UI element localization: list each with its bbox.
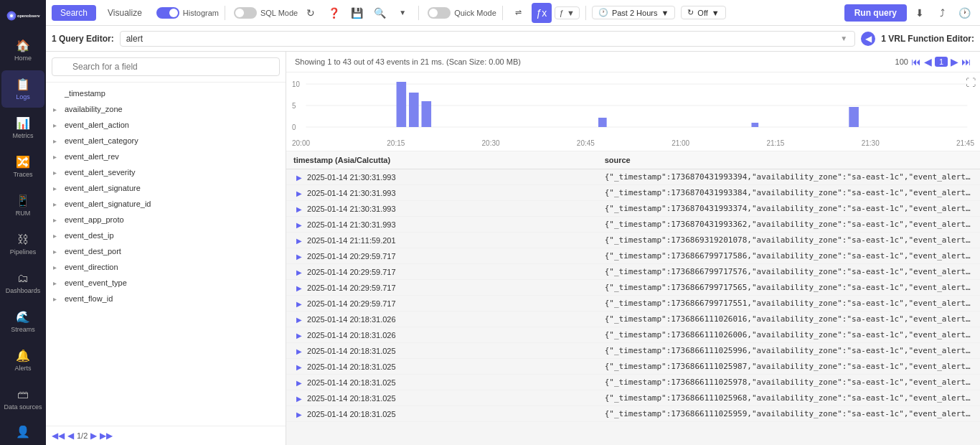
nav-item-home[interactable]: 🏠 Home xyxy=(1,32,44,69)
fx-dropdown[interactable]: ƒ ▼ xyxy=(555,6,580,19)
field-item[interactable]: ▸ event_app_proto xyxy=(46,212,286,228)
refresh-picker[interactable]: ↻ Off ▼ xyxy=(681,6,725,19)
nav-item-traces[interactable]: 🔀 Traces xyxy=(1,148,44,185)
table-row[interactable]: ▶ 2025-01-14 20:18:31.025 {"_timestamp":… xyxy=(286,359,980,375)
field-item[interactable]: ▸ event_dest_port xyxy=(46,243,286,259)
results-panel: Showing 1 to 43 out of 43 events in 21 m… xyxy=(286,52,980,445)
table-row[interactable]: ▶ 2025-01-14 20:18:31.025 {"_timestamp":… xyxy=(286,390,980,406)
table-row[interactable]: ▶ 2025-01-14 20:29:59.717 {"_timestamp":… xyxy=(286,248,980,264)
page-current: 1 xyxy=(935,57,948,67)
row-expand-btn[interactable]: ▶ xyxy=(293,379,305,387)
page-last-btn[interactable]: ⏭ xyxy=(961,56,971,67)
refresh-button[interactable]: ↻ xyxy=(301,3,321,23)
search-tab[interactable]: Search xyxy=(52,5,96,21)
row-expand-btn[interactable]: ▶ xyxy=(293,189,305,197)
metrics-label: Metrics xyxy=(13,132,34,139)
help-button[interactable]: ❓ xyxy=(324,3,344,23)
row-expand-btn[interactable]: ▶ xyxy=(293,316,305,324)
save-button[interactable]: 💾 xyxy=(347,3,367,23)
field-item[interactable]: ▸ event_alert_category xyxy=(46,133,286,149)
nav-item-alerts[interactable]: 🔔 Alerts xyxy=(1,342,44,379)
field-search-input[interactable] xyxy=(52,57,280,76)
table-row[interactable]: ▶ 2025-01-14 21:11:59.201 {"_timestamp":… xyxy=(286,233,980,248)
share-button[interactable]: ⤴ xyxy=(932,3,952,23)
row-expand-btn[interactable]: ▶ xyxy=(293,268,305,276)
field-page-next[interactable]: ▶▶ xyxy=(100,431,113,441)
field-page-prev[interactable]: ◀◀ xyxy=(52,431,65,441)
table-row[interactable]: ▶ 2025-01-14 21:30:31.993 {"_timestamp":… xyxy=(286,169,980,185)
nav-item-logs[interactable]: 📋 Logs xyxy=(1,70,44,108)
function-toggle[interactable]: ƒx xyxy=(532,3,552,23)
app-logo[interactable]: openobserve xyxy=(6,6,40,26)
page-first-btn[interactable]: ⏮ xyxy=(911,56,921,67)
visualize-tab[interactable]: Visualize xyxy=(99,5,151,21)
field-name: event_event_type xyxy=(65,278,278,287)
field-item[interactable]: ▸ event_alert_signature xyxy=(46,180,286,196)
nav-item-user[interactable]: 👤 xyxy=(1,419,44,444)
field-item[interactable]: ▸ event_alert_signature_id xyxy=(46,196,286,212)
toggle-icon[interactable]: ⇌ xyxy=(509,3,529,23)
row-expand-btn[interactable]: ▶ xyxy=(293,284,305,292)
dropdown-arrow-btn[interactable]: ▼ xyxy=(392,3,413,23)
field-item[interactable]: ▸ event_flow_id xyxy=(46,291,286,306)
table-row[interactable]: ▶ 2025-01-14 20:29:59.717 {"_timestamp":… xyxy=(286,264,980,280)
table-row[interactable]: ▶ 2025-01-14 21:30:31.993 {"_timestamp":… xyxy=(286,185,980,201)
fullscreen-button[interactable]: ⛶ xyxy=(966,77,976,88)
fx-label: ƒ xyxy=(560,9,564,17)
row-expand-btn[interactable]: ▶ xyxy=(293,205,305,213)
quick-mode-toggle[interactable] xyxy=(428,7,451,19)
page-next-btn[interactable]: ▶ xyxy=(951,56,958,67)
field-item[interactable]: ▸ event_alert_action xyxy=(46,117,286,133)
row-expand-btn[interactable]: ▶ xyxy=(293,363,305,371)
row-expand-btn[interactable]: ▶ xyxy=(293,174,305,182)
table-row[interactable]: ▶ 2025-01-14 20:18:31.025 {"_timestamp":… xyxy=(286,406,980,422)
history-button[interactable]: 🕐 xyxy=(954,3,974,23)
table-row[interactable]: ▶ 2025-01-14 20:18:31.026 {"_timestamp":… xyxy=(286,327,980,343)
col-source[interactable]: source xyxy=(598,151,980,169)
field-item[interactable]: ▸ availability_zone xyxy=(46,101,286,117)
sql-mode-toggle[interactable] xyxy=(234,7,257,19)
row-expand-btn[interactable]: ▶ xyxy=(293,253,305,261)
row-expand-btn[interactable]: ▶ xyxy=(293,237,305,245)
query-dropdown-arrow[interactable]: ▼ xyxy=(839,34,849,42)
page-prev-btn[interactable]: ◀ xyxy=(924,56,932,67)
table-row[interactable]: ▶ 2025-01-14 20:29:59.717 {"_timestamp":… xyxy=(286,296,980,312)
row-expand-btn[interactable]: ▶ xyxy=(293,300,305,308)
nav-item-rum[interactable]: 📱 RUM xyxy=(1,187,44,224)
nav-item-pipelines[interactable]: ⛓ Pipelines xyxy=(1,225,44,263)
row-expand-btn[interactable]: ▶ xyxy=(293,332,305,339)
collapse-button[interactable]: ◀ xyxy=(861,32,875,46)
nav-item-metrics[interactable]: 📊 Metrics xyxy=(1,109,44,146)
field-page-back[interactable]: ◀ xyxy=(67,431,74,441)
field-name: event_alert_signature_id xyxy=(65,200,278,208)
table-row[interactable]: ▶ 2025-01-14 20:29:59.717 {"_timestamp":… xyxy=(286,280,980,296)
histogram-toggle[interactable] xyxy=(156,7,179,19)
row-expand-btn[interactable]: ▶ xyxy=(293,411,305,418)
field-item[interactable]: ▸ event_alert_rev xyxy=(46,149,286,164)
nav-item-datasources[interactable]: 🗃 Data sources xyxy=(1,380,44,418)
col-timestamp[interactable]: timestamp (Asia/Calcutta) xyxy=(286,151,598,169)
table-row[interactable]: ▶ 2025-01-14 20:18:31.026 {"_timestamp":… xyxy=(286,312,980,327)
table-row[interactable]: ▶ 2025-01-14 21:30:31.993 {"_timestamp":… xyxy=(286,217,980,233)
table-row[interactable]: ▶ 2025-01-14 20:18:31.025 {"_timestamp":… xyxy=(286,375,980,390)
row-expand-btn[interactable]: ▶ xyxy=(293,221,305,229)
table-row[interactable]: ▶ 2025-01-14 21:30:31.993 {"_timestamp":… xyxy=(286,201,980,217)
query-input[interactable] xyxy=(126,34,839,44)
time-picker[interactable]: 🕐 Past 2 Hours ▼ xyxy=(592,6,675,19)
field-page-forward[interactable]: ▶ xyxy=(90,431,97,441)
row-timestamp: ▶ 2025-01-14 20:29:59.717 xyxy=(286,296,598,312)
field-item[interactable]: ▸ event_alert_severity xyxy=(46,164,286,180)
field-item[interactable]: ▸ event_direction xyxy=(46,259,286,275)
nav-item-dashboards[interactable]: 🗂 Dashboards xyxy=(1,264,44,301)
row-expand-btn[interactable]: ▶ xyxy=(293,395,305,403)
field-item[interactable]: ▸ event_dest_ip xyxy=(46,228,286,243)
table-row[interactable]: ▶ 2025-01-14 20:18:31.025 {"_timestamp":… xyxy=(286,343,980,359)
search-icon-button[interactable]: 🔍 xyxy=(369,3,390,23)
field-item[interactable]: ▸ event_event_type xyxy=(46,275,286,291)
download-button[interactable]: ⬇ xyxy=(910,3,930,23)
row-expand-btn[interactable]: ▶ xyxy=(293,347,305,355)
nav-item-streams[interactable]: 🌊 Streams xyxy=(1,303,44,340)
data-table-wrapper: timestamp (Asia/Calcutta) source ▶ 2025-… xyxy=(286,151,980,445)
field-item[interactable]: _timestamp xyxy=(46,85,286,101)
run-query-button[interactable]: Run query xyxy=(844,4,907,22)
